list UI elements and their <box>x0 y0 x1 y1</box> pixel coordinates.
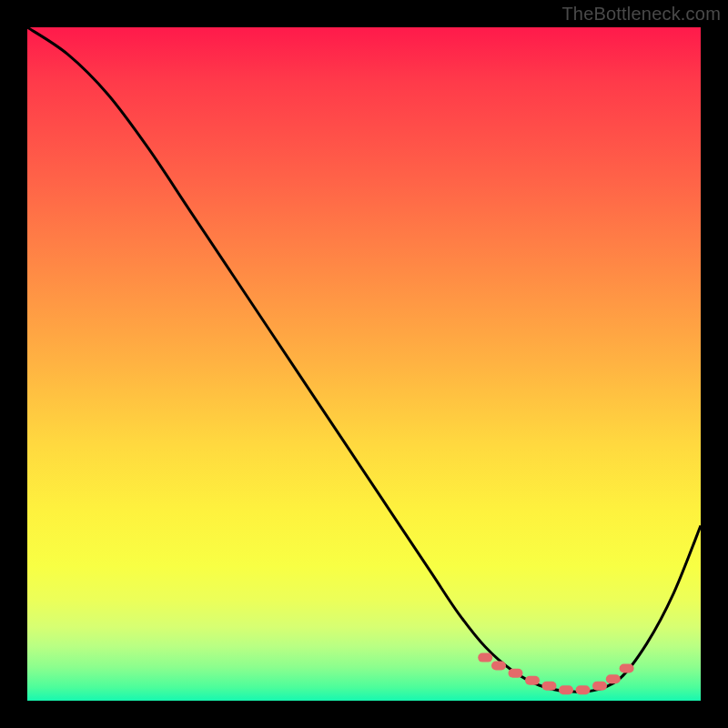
watermark-text: TheBottleneck.com <box>561 4 721 25</box>
optimal-marker <box>592 682 607 691</box>
curve-svg <box>27 27 701 701</box>
plot-area <box>27 27 701 701</box>
bottleneck-curve <box>27 27 701 692</box>
optimal-marker <box>576 685 591 694</box>
optimal-marker <box>559 685 573 694</box>
optimal-marker <box>491 662 506 671</box>
optimal-marker <box>542 682 557 691</box>
optimal-marker <box>525 676 540 685</box>
optimal-marker <box>606 674 621 683</box>
optimal-marker <box>509 669 523 678</box>
optimal-marker <box>620 664 634 673</box>
optimal-markers <box>478 653 633 695</box>
optimal-marker <box>478 653 492 662</box>
chart-stage: TheBottleneck.com <box>0 0 728 728</box>
